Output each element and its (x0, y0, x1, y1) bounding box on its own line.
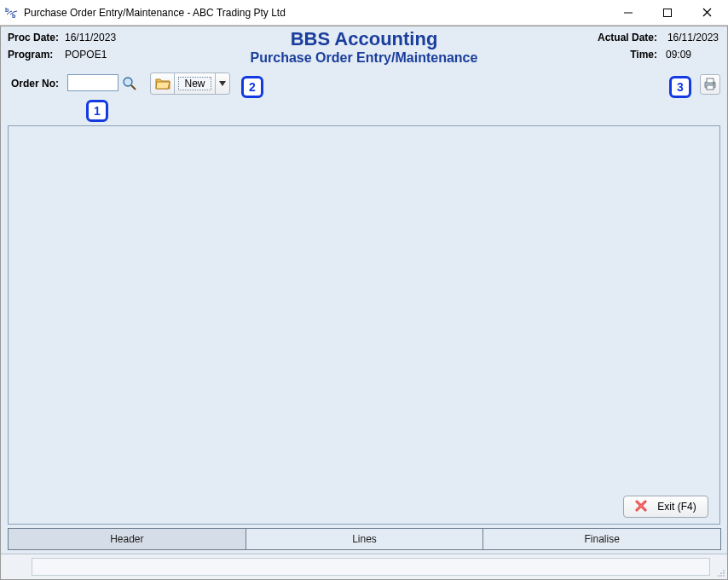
close-x-icon (635, 500, 647, 514)
title-bar: b b Purchase Order Entry/Maintenance - A… (0, 0, 728, 26)
app-title: BBS Accounting (1, 28, 727, 50)
tab-lines[interactable]: Lines (246, 528, 484, 550)
svg-point-18 (720, 572, 722, 574)
search-icon[interactable] (120, 74, 139, 93)
svg-point-19 (723, 572, 725, 574)
main-panel (8, 125, 720, 525)
tab-header[interactable]: Header (8, 528, 246, 550)
svg-rect-11 (707, 85, 714, 90)
app-icon: b b (5, 6, 19, 20)
callout-1: 1 (86, 100, 108, 122)
exit-button[interactable]: Exit (F4) (623, 496, 708, 518)
resize-grip-icon[interactable] (715, 554, 727, 579)
page-title: Purchase Order Entry/Maintenance (1, 50, 727, 66)
order-no-input[interactable] (67, 74, 118, 91)
status-inset (32, 558, 710, 576)
callout-3: 3 (669, 76, 691, 98)
svg-point-6 (124, 78, 132, 86)
bottom-tabs: Header Lines Finalise (8, 528, 720, 550)
new-button-label: New (178, 77, 211, 90)
print-button[interactable] (700, 74, 720, 95)
window-title: Purchase Order Entry/Maintenance - ABC T… (24, 7, 609, 19)
exit-button-label: Exit (F4) (657, 501, 696, 513)
svg-text:b: b (5, 7, 9, 13)
svg-point-20 (718, 575, 719, 577)
minimize-button[interactable] (609, 0, 648, 25)
svg-point-21 (720, 575, 722, 577)
folder-icon[interactable] (151, 73, 175, 94)
callout-2: 2 (241, 76, 263, 98)
svg-rect-3 (664, 9, 672, 16)
window-buttons (609, 0, 726, 25)
tab-finalise[interactable]: Finalise (482, 528, 721, 550)
content-area: Proc Date: 16/11/2023 Program: POPOE1 Ac… (0, 26, 728, 580)
maximize-button[interactable] (648, 0, 687, 25)
svg-point-17 (723, 570, 725, 571)
status-bar (1, 554, 727, 579)
svg-point-22 (723, 575, 725, 577)
toolbar-row: Order No: New (1, 72, 727, 98)
svg-marker-8 (219, 81, 226, 86)
svg-line-7 (131, 85, 136, 90)
new-dropdown-arrow[interactable] (216, 73, 229, 94)
svg-point-12 (713, 83, 714, 84)
new-button[interactable]: New (175, 73, 216, 94)
close-button[interactable] (687, 0, 726, 25)
order-no-label: Order No: (11, 78, 59, 90)
new-button-group: New (150, 72, 230, 95)
svg-rect-10 (707, 78, 714, 83)
svg-text:b: b (12, 13, 15, 19)
header-strip: Proc Date: 16/11/2023 Program: POPOE1 Ac… (1, 26, 727, 71)
